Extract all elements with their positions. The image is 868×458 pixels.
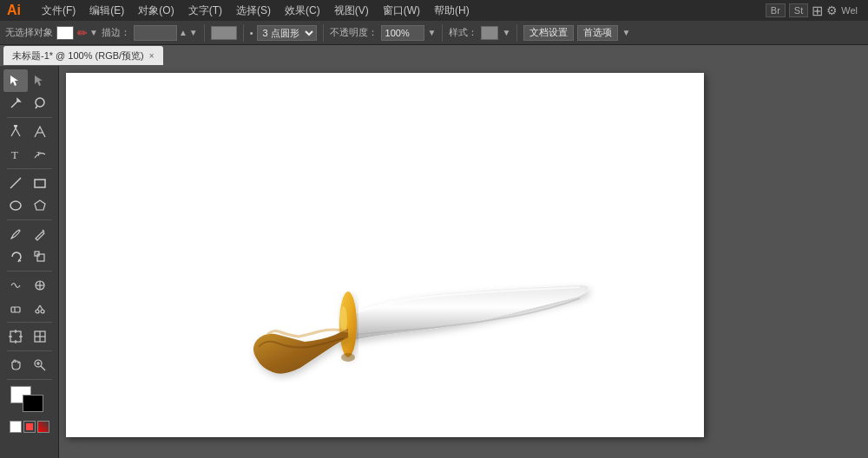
grid-icon: ⊞ [812,3,823,19]
style-dropdown-icon[interactable]: ▼ [502,28,510,37]
opacity-dropdown-icon[interactable]: ▼ [428,28,437,37]
svg-rect-12 [35,180,45,187]
fill-color-box[interactable] [56,26,74,40]
polygon-tool[interactable] [28,194,52,217]
stroke-spinner-down[interactable]: ▼ [189,28,198,37]
dot-label: • [250,28,253,38]
svg-marker-1 [35,75,43,86]
svg-line-26 [40,305,43,310]
svg-line-36 [41,366,45,370]
preferences-button[interactable]: 首选项 [577,25,618,41]
svg-text:T: T [11,148,18,161]
scissors-tool[interactable] [28,297,52,319]
stroke-spinner-up[interactable]: ▲ [179,28,187,37]
tab-bar: 未标题-1* @ 100% (RGB/预览) × [0,45,868,66]
swap-colors-icon[interactable] [23,421,36,433]
menu-file[interactable]: 文件(F) [35,0,82,21]
svg-rect-16 [37,254,44,261]
canvas-frame [66,73,704,437]
hand-tool[interactable] [3,354,28,376]
warp-tool[interactable] [3,274,28,297]
menu-type[interactable]: 文字(T) [181,0,229,21]
style-label: 样式： [449,26,477,39]
pen-tool[interactable] [3,121,28,143]
app-logo: Ai [3,0,24,21]
lasso-tool[interactable] [28,92,52,114]
svg-point-23 [36,310,39,313]
svg-point-13 [10,201,21,210]
prefs-dropdown-icon[interactable]: ▼ [621,28,630,37]
menu-select[interactable]: 选择(S) [229,0,278,21]
background-color[interactable] [23,395,43,412]
artboard-tool[interactable] [3,325,28,348]
menu-help[interactable]: 帮助(H) [427,0,477,21]
opacity-input[interactable] [381,25,424,41]
canvas-area [59,66,868,458]
bridge-button[interactable]: Br [766,3,786,17]
left-toolbar: T T [0,66,59,458]
default-colors-icon[interactable] [10,421,22,433]
pencil-icon: ✏ [77,26,88,40]
menu-window[interactable]: 窗口(W) [376,0,427,21]
zoom-tool[interactable] [28,354,52,376]
shaper-tool[interactable] [28,274,52,297]
options-bar: 无选择对象 ✏ ▼ 描边： ▲ ▼ • 3 点圆形 不透明度： ▼ 样式： ▼ … [0,21,868,45]
menu-view[interactable]: 视图(V) [327,0,376,21]
svg-line-2 [11,101,17,108]
menu-object[interactable]: 对象(O) [131,0,181,21]
main-area: T T [0,66,868,458]
svg-marker-0 [10,75,18,86]
selection-tool[interactable] [3,69,28,92]
line-tool[interactable] [3,172,28,194]
svg-point-7 [14,125,16,128]
welcome-text: Wel [841,5,858,16]
ellipse-tool[interactable] [3,194,28,217]
scale-tool[interactable] [28,245,52,268]
menu-effect[interactable]: 效果(C) [278,0,327,21]
tab-title: 未标题-1* @ 100% (RGB/预览) [12,49,144,62]
stroke-value-input[interactable] [134,25,177,41]
svg-marker-14 [35,200,45,210]
stock-button[interactable]: St [789,3,808,17]
svg-point-24 [41,310,44,313]
rotate-tool[interactable] [3,245,28,268]
type-path-tool[interactable]: T [28,143,52,166]
style-color-box[interactable] [481,26,498,40]
tab-close-button[interactable]: × [149,51,155,61]
direct-select-tool[interactable] [28,69,52,92]
pencil-tool[interactable] [28,223,52,245]
paintbrush-tool[interactable] [3,223,28,245]
sword-illustration [179,238,595,402]
stroke-label: 描边： [102,26,130,39]
document-tab[interactable]: 未标题-1* @ 100% (RGB/预览) × [3,46,163,65]
doc-settings-button[interactable]: 文档设置 [523,25,574,41]
anchor-point-tool[interactable] [28,121,52,143]
svg-line-25 [37,305,40,310]
no-selection-label: 无选择对象 [5,26,53,39]
none-icon[interactable] [37,421,49,433]
svg-point-41 [341,353,355,362]
menu-bar: Ai 文件(F) 编辑(E) 对象(O) 文字(T) 选择(S) 效果(C) 视… [0,0,868,21]
menu-edit[interactable]: 编辑(E) [82,0,131,21]
svg-text:T: T [36,150,41,158]
eraser-tool[interactable] [3,297,28,319]
pencil-dropdown-icon[interactable]: ▼ [89,28,98,37]
rect-tool[interactable] [28,172,52,194]
type-tool[interactable]: T [3,143,28,166]
svg-line-5 [36,106,37,108]
svg-rect-21 [11,307,20,312]
slice-tool[interactable] [28,325,52,348]
settings-icon: ⚙ [826,3,838,17]
stroke-color-preview[interactable] [211,26,237,40]
svg-line-11 [10,178,21,188]
svg-point-4 [36,98,44,107]
shape-select[interactable]: 3 点圆形 [257,25,317,41]
magic-wand-tool[interactable] [3,92,28,114]
opacity-label: 不透明度： [330,26,378,39]
